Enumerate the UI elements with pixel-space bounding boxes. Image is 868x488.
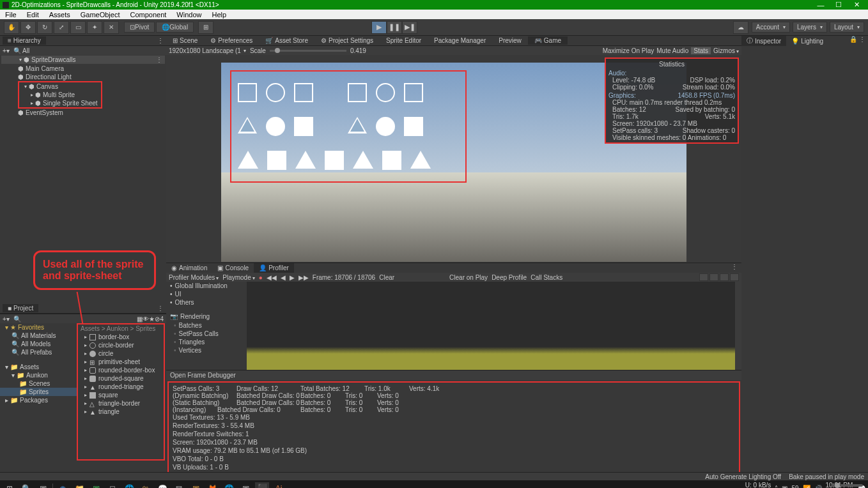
taskbar-app[interactable]: Ai	[272, 482, 286, 489]
profiler-modules-dropdown[interactable]: Profiler Modules	[169, 274, 219, 281]
layers-dropdown[interactable]: Layers	[793, 22, 827, 33]
taskbar-app[interactable]: ✉	[172, 482, 186, 489]
taskbar-app[interactable]: 🦊	[205, 482, 219, 489]
rect-tool[interactable]: ▭	[70, 21, 86, 34]
taskbar-app[interactable]: 🌐	[122, 482, 136, 489]
tab-inspector[interactable]: ⓘ Inspector	[741, 36, 786, 46]
profiler-help-icon[interactable]	[720, 273, 729, 281]
step-button[interactable]: ▶❚	[402, 21, 417, 34]
render-vertices[interactable]: Vertices	[174, 346, 247, 355]
taskbar-app[interactable]: 📁	[72, 482, 86, 489]
profiler-mod-gi[interactable]: Global Illumination	[166, 282, 247, 290]
project-file[interactable]: ▸rounded-border-box	[78, 366, 164, 374]
project-hidden-icon[interactable]: ⊘4	[155, 316, 164, 323]
render-batches[interactable]: Batches	[174, 321, 247, 330]
profiler-load-icon[interactable]	[709, 273, 718, 281]
tab-profiler[interactable]: 👤 Profiler	[254, 263, 294, 273]
maximize-button[interactable]: ☐	[830, 1, 848, 9]
move-tool[interactable]: ✥	[20, 21, 36, 34]
volume-icon[interactable]: 59	[791, 485, 798, 488]
tab-lighting[interactable]: 💡 Lighting	[786, 36, 828, 46]
open-frame-debugger[interactable]: Open Frame Debugger	[166, 370, 741, 380]
tab-packagemanager[interactable]: Package Manager	[428, 36, 492, 45]
tab-assetstore[interactable]: 🛒 Asset Store	[259, 36, 314, 45]
gizmos-dropdown[interactable]: Gizmos	[713, 47, 739, 54]
project-fav-materials[interactable]: 🔍 All Materials	[0, 332, 77, 340]
hierarchy-add-button[interactable]: +▾	[3, 47, 10, 54]
start-button[interactable]: ⊞	[3, 482, 17, 489]
menu-window[interactable]: Window	[171, 11, 206, 19]
project-file[interactable]: ▸rounded-square	[78, 374, 164, 383]
resolution-dropdown[interactable]: 1920x1080 Landscape (1	[169, 47, 246, 54]
menu-edit[interactable]: Edit	[22, 11, 44, 19]
taskbar-app[interactable]: ▣	[238, 482, 252, 489]
hierarchy-tab[interactable]: ≡ Hierarchy	[3, 36, 46, 45]
mute-toggle[interactable]: Mute Audio	[656, 47, 688, 54]
custom-tool[interactable]: ✕	[104, 21, 119, 34]
hierarchy-item-light[interactable]: ⬢ Directional Light	[0, 73, 166, 81]
deep-profile[interactable]: Deep Profile	[492, 274, 527, 281]
project-menu-icon[interactable]: ⋮	[157, 305, 164, 312]
project-file[interactable]: ▸▲triangle	[78, 408, 164, 416]
next-frame[interactable]: ▶	[290, 274, 295, 281]
next-frame-last[interactable]: ▶▶	[298, 274, 309, 281]
maximize-toggle[interactable]: Maximize On Play	[603, 47, 655, 54]
transform-tool[interactable]: ✦	[87, 21, 102, 34]
rotate-tool[interactable]: ↻	[37, 21, 52, 34]
taskbar-app[interactable]: 💬	[155, 482, 169, 489]
rendering-module[interactable]: 📷 Rendering	[166, 312, 247, 321]
project-file[interactable]: ▸▲rounded-triange	[78, 383, 164, 391]
project-aunkon[interactable]: ▾📁 Aunkon	[0, 371, 77, 379]
taskbar-app[interactable]: ▣	[89, 482, 103, 489]
project-filter-icon[interactable]: ▦	[137, 316, 143, 323]
project-favorites[interactable]: ▾★ Favorites	[0, 323, 77, 332]
menu-assets[interactable]: Assets	[44, 11, 75, 19]
tab-animation[interactable]: ◉ Animation	[166, 263, 212, 273]
tab-projectsettings[interactable]: ⚙ Project Settings	[314, 36, 380, 45]
profiler-menu-icon[interactable]: ⋮	[727, 263, 741, 273]
pause-button[interactable]: ❚❚	[387, 21, 402, 34]
hierarchy-item-multisprite[interactable]: ▸⬢ Multi Sprite	[19, 91, 101, 99]
project-zoom-slider[interactable]	[831, 484, 863, 487]
project-file[interactable]: ▸△triangle-border	[78, 399, 164, 408]
profiler-menu-icon[interactable]	[730, 273, 739, 281]
prev-frame[interactable]: ◀	[281, 274, 286, 281]
cloud-icon[interactable]: ☁	[733, 21, 748, 34]
taskbar-app[interactable]: ⊡	[105, 482, 120, 489]
taskbar-app[interactable]: 🌐	[222, 482, 236, 489]
hierarchy-search[interactable]: 🔍 All	[13, 47, 29, 54]
profiler-chart[interactable]	[247, 282, 735, 370]
global-toggle[interactable]: 🌐Global	[156, 22, 194, 33]
taskview-icon[interactable]: ▣	[36, 482, 50, 489]
pivot-toggle[interactable]: ⊡Pivot	[124, 22, 155, 33]
scale-slider[interactable]	[270, 50, 346, 52]
menu-component[interactable]: Component	[125, 11, 171, 19]
menu-file[interactable]: File	[0, 11, 22, 19]
menu-help[interactable]: Help	[206, 11, 231, 19]
clear-on-play[interactable]: Clear on Play	[449, 274, 488, 281]
project-add-button[interactable]: +▾	[3, 316, 10, 323]
tab-preview[interactable]: Preview	[492, 36, 528, 45]
hierarchy-scene[interactable]: ▾⬢ SpriteDrawcalls⋮	[1, 56, 165, 64]
render-triangles[interactable]: Triangles	[174, 338, 247, 346]
hierarchy-menu-icon[interactable]: ⋮	[157, 37, 164, 44]
hierarchy-item-canvas[interactable]: ▾⬢ Canvas	[19, 82, 101, 91]
snap-tool[interactable]: ⊞	[198, 21, 213, 34]
wifi-icon[interactable]: 📶	[803, 485, 810, 488]
project-eye-icon[interactable]: 👁	[143, 316, 149, 323]
playmode-dropdown[interactable]: Playmode	[222, 274, 254, 281]
hierarchy-item-eventsystem[interactable]: ⬢ EventSystem	[0, 109, 166, 117]
clear-button[interactable]: Clear	[379, 274, 394, 281]
hierarchy-item-singlesheet[interactable]: ▸⬢ Single Sprite Sheet	[19, 99, 101, 107]
inspector-lock-icon[interactable]: 🔒 ⋮	[847, 36, 868, 46]
hierarchy-item-camera[interactable]: ⬢ Main Camera	[0, 65, 166, 73]
project-file[interactable]: ▸border-box	[78, 333, 164, 341]
play-button[interactable]: ▶	[371, 21, 387, 34]
project-sprites[interactable]: 📁 Sprites	[0, 388, 77, 396]
hand-tool[interactable]: ✋	[4, 21, 19, 34]
tab-preferences[interactable]: ⚙ Preferences	[204, 36, 259, 45]
menu-gameobject[interactable]: GameObject	[75, 11, 125, 19]
scale-tool[interactable]: ⤢	[54, 21, 69, 34]
tab-game[interactable]: 🎮 Game	[528, 36, 568, 45]
project-file[interactable]: ▸⊞primitive-sheet	[78, 358, 164, 366]
